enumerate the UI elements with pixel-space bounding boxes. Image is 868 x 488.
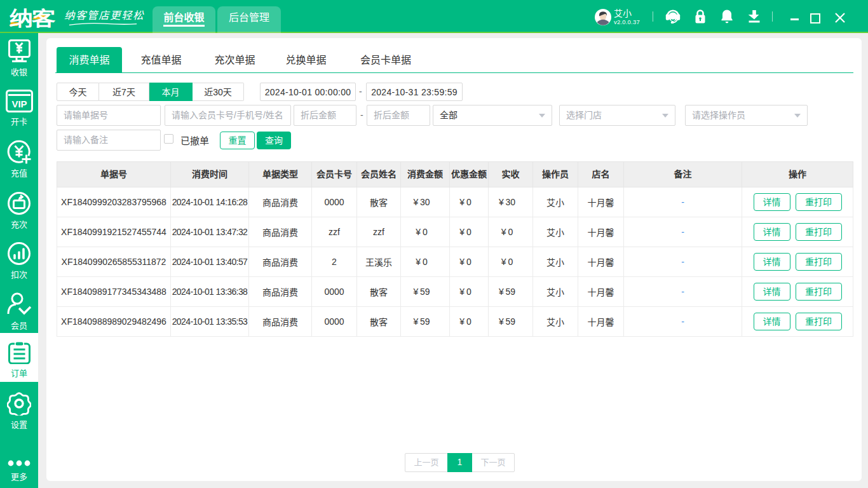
svg-text:VIP: VIP <box>11 98 27 109</box>
